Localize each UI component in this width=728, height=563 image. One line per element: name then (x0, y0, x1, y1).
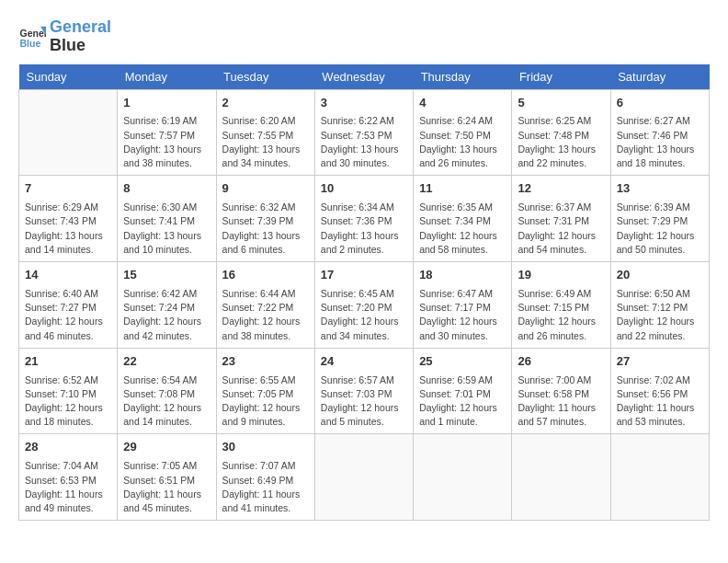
calendar-cell: 3Sunrise: 6:22 AMSunset: 7:53 PMDaylight… (314, 89, 413, 176)
calendar-cell (414, 434, 512, 521)
day-info: Sunrise: 6:39 AMSunset: 7:29 PMDaylight:… (617, 201, 703, 257)
day-number: 20 (617, 267, 703, 284)
day-number: 9 (222, 180, 309, 198)
day-number: 16 (222, 267, 309, 284)
day-info: Sunrise: 6:27 AMSunset: 7:46 PMDaylight:… (617, 114, 703, 170)
calendar-cell: 24Sunrise: 6:57 AMSunset: 7:03 PMDayligh… (314, 348, 413, 434)
day-number: 1 (123, 95, 210, 112)
logo-text: GeneralBlue (50, 18, 111, 55)
day-info: Sunrise: 6:59 AMSunset: 7:01 PMDaylight:… (419, 373, 506, 430)
day-info: Sunrise: 6:40 AMSunset: 7:27 PMDaylight:… (25, 287, 111, 343)
day-info: Sunrise: 7:02 AMSunset: 6:56 PMDaylight:… (617, 373, 703, 430)
day-info: Sunrise: 6:47 AMSunset: 7:17 PMDaylight:… (419, 287, 506, 343)
calendar-cell: 19Sunrise: 6:49 AMSunset: 7:15 PMDayligh… (512, 262, 610, 349)
calendar-cell: 22Sunrise: 6:54 AMSunset: 7:08 PMDayligh… (118, 348, 216, 434)
day-number: 8 (123, 180, 210, 198)
weekday-header: Tuesday (216, 64, 314, 90)
calendar-cell: 29Sunrise: 7:05 AMSunset: 6:51 PMDayligh… (118, 434, 216, 521)
day-info: Sunrise: 6:30 AMSunset: 7:41 PMDaylight:… (123, 201, 210, 257)
day-info: Sunrise: 6:29 AMSunset: 7:43 PMDaylight:… (25, 201, 111, 257)
calendar-cell: 26Sunrise: 7:00 AMSunset: 6:58 PMDayligh… (512, 348, 610, 434)
day-info: Sunrise: 6:35 AMSunset: 7:34 PMDaylight:… (419, 201, 506, 257)
day-number: 10 (321, 180, 407, 198)
day-info: Sunrise: 7:07 AMSunset: 6:49 PMDaylight:… (222, 459, 309, 515)
day-number: 21 (25, 353, 111, 371)
day-info: Sunrise: 6:25 AMSunset: 7:48 PMDaylight:… (518, 114, 604, 170)
weekday-header: Saturday (610, 64, 709, 90)
day-number: 26 (518, 353, 604, 371)
calendar-row: 14Sunrise: 6:40 AMSunset: 7:27 PMDayligh… (19, 262, 710, 349)
calendar-cell: 5Sunrise: 6:25 AMSunset: 7:48 PMDaylight… (512, 89, 610, 176)
calendar-row: 28Sunrise: 7:04 AMSunset: 6:53 PMDayligh… (19, 434, 710, 521)
calendar-cell: 8Sunrise: 6:30 AMSunset: 7:41 PMDaylight… (118, 176, 216, 262)
day-info: Sunrise: 7:05 AMSunset: 6:51 PMDaylight:… (123, 459, 210, 515)
calendar-cell: 23Sunrise: 6:55 AMSunset: 7:05 PMDayligh… (216, 348, 314, 434)
day-info: Sunrise: 6:55 AMSunset: 7:05 PMDaylight:… (222, 373, 309, 430)
calendar-cell: 9Sunrise: 6:32 AMSunset: 7:39 PMDaylight… (216, 176, 314, 262)
day-number: 22 (123, 353, 210, 371)
day-info: Sunrise: 6:42 AMSunset: 7:24 PMDaylight:… (123, 287, 210, 343)
calendar-cell: 6Sunrise: 6:27 AMSunset: 7:46 PMDaylight… (610, 89, 709, 176)
weekday-header: Thursday (414, 64, 512, 90)
day-number: 13 (617, 180, 703, 198)
day-info: Sunrise: 6:44 AMSunset: 7:22 PMDaylight:… (222, 287, 309, 343)
calendar-cell: 27Sunrise: 7:02 AMSunset: 6:56 PMDayligh… (610, 348, 709, 434)
day-info: Sunrise: 6:49 AMSunset: 7:15 PMDaylight:… (518, 287, 604, 343)
day-number: 11 (419, 180, 506, 198)
calendar-cell: 30Sunrise: 7:07 AMSunset: 6:49 PMDayligh… (216, 434, 314, 521)
calendar-cell: 20Sunrise: 6:50 AMSunset: 7:12 PMDayligh… (610, 262, 709, 349)
day-info: Sunrise: 6:20 AMSunset: 7:55 PMDaylight:… (222, 114, 309, 170)
day-number: 3 (321, 95, 407, 112)
day-info: Sunrise: 7:00 AMSunset: 6:58 PMDaylight:… (518, 373, 604, 430)
day-number: 19 (518, 267, 604, 284)
calendar-cell: 10Sunrise: 6:34 AMSunset: 7:36 PMDayligh… (314, 176, 413, 262)
calendar-row: 7Sunrise: 6:29 AMSunset: 7:43 PMDaylight… (19, 176, 710, 262)
day-number: 17 (321, 267, 407, 284)
logo: General Blue GeneralBlue (18, 18, 111, 55)
calendar-cell: 2Sunrise: 6:20 AMSunset: 7:55 PMDaylight… (216, 89, 314, 176)
calendar-cell (610, 434, 709, 521)
day-number: 30 (222, 439, 309, 456)
day-info: Sunrise: 7:04 AMSunset: 6:53 PMDaylight:… (25, 459, 111, 515)
calendar-cell: 7Sunrise: 6:29 AMSunset: 7:43 PMDaylight… (19, 176, 118, 262)
calendar-table: SundayMondayTuesdayWednesdayThursdayFrid… (18, 64, 710, 522)
day-info: Sunrise: 6:54 AMSunset: 7:08 PMDaylight:… (123, 373, 210, 430)
day-info: Sunrise: 6:34 AMSunset: 7:36 PMDaylight:… (321, 201, 407, 257)
calendar-cell: 25Sunrise: 6:59 AMSunset: 7:01 PMDayligh… (414, 348, 512, 434)
calendar-cell: 1Sunrise: 6:19 AMSunset: 7:57 PMDaylight… (118, 89, 216, 176)
calendar-cell: 11Sunrise: 6:35 AMSunset: 7:34 PMDayligh… (414, 176, 512, 262)
day-info: Sunrise: 6:45 AMSunset: 7:20 PMDaylight:… (321, 287, 407, 343)
calendar-cell: 28Sunrise: 7:04 AMSunset: 6:53 PMDayligh… (19, 434, 118, 521)
calendar-row: 1Sunrise: 6:19 AMSunset: 7:57 PMDaylight… (19, 89, 710, 176)
calendar-cell: 16Sunrise: 6:44 AMSunset: 7:22 PMDayligh… (216, 262, 314, 349)
logo-icon: General Blue (18, 23, 46, 51)
page-header: General Blue GeneralBlue (18, 18, 710, 55)
day-number: 27 (617, 353, 703, 371)
calendar-cell: 4Sunrise: 6:24 AMSunset: 7:50 PMDaylight… (414, 89, 512, 176)
day-info: Sunrise: 6:52 AMSunset: 7:10 PMDaylight:… (25, 373, 111, 430)
day-number: 2 (222, 95, 309, 112)
day-number: 24 (321, 353, 407, 371)
calendar-cell: 21Sunrise: 6:52 AMSunset: 7:10 PMDayligh… (19, 348, 118, 434)
day-info: Sunrise: 6:19 AMSunset: 7:57 PMDaylight:… (123, 114, 210, 170)
day-number: 23 (222, 353, 309, 371)
day-number: 7 (25, 180, 111, 198)
calendar-cell: 18Sunrise: 6:47 AMSunset: 7:17 PMDayligh… (414, 262, 512, 349)
weekday-header: Friday (512, 64, 610, 90)
day-info: Sunrise: 6:22 AMSunset: 7:53 PMDaylight:… (321, 114, 407, 170)
calendar-cell: 14Sunrise: 6:40 AMSunset: 7:27 PMDayligh… (19, 262, 118, 349)
day-number: 5 (518, 95, 604, 112)
day-number: 28 (25, 439, 111, 456)
day-number: 6 (617, 95, 703, 112)
calendar-row: 21Sunrise: 6:52 AMSunset: 7:10 PMDayligh… (19, 348, 710, 434)
day-info: Sunrise: 6:32 AMSunset: 7:39 PMDaylight:… (222, 201, 309, 257)
day-info: Sunrise: 6:50 AMSunset: 7:12 PMDaylight:… (617, 287, 703, 343)
weekday-header: Wednesday (314, 64, 413, 90)
day-number: 18 (419, 267, 506, 284)
calendar-cell (314, 434, 413, 521)
weekday-header: Sunday (19, 64, 118, 90)
calendar-cell: 12Sunrise: 6:37 AMSunset: 7:31 PMDayligh… (512, 176, 610, 262)
day-number: 15 (123, 267, 210, 284)
day-number: 14 (25, 267, 111, 284)
calendar-cell (512, 434, 610, 521)
